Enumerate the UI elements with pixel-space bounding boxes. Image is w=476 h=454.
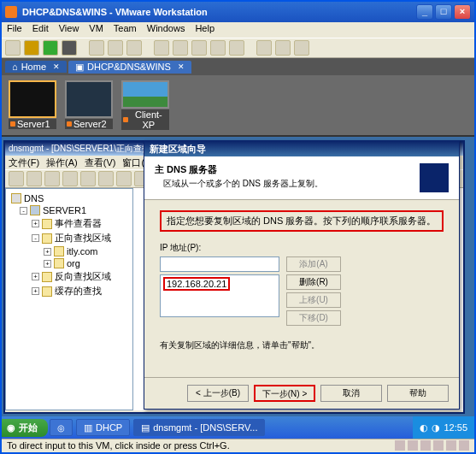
mmc-menu-file[interactable]: 文件(F)	[9, 156, 39, 168]
add-button[interactable]: 添加(A)	[286, 256, 341, 272]
dns-tree[interactable]: DNS -SERVER1 +事件查看器 -正向查找区域 +itly.com +o…	[5, 188, 133, 410]
tray-icon[interactable]: ◑	[432, 422, 440, 433]
up-icon[interactable]	[44, 171, 60, 186]
cancel-button[interactable]: 取消	[320, 385, 382, 402]
fullscreen-icon[interactable]	[191, 40, 207, 56]
device-icon[interactable]	[408, 440, 418, 451]
tree-eventviewer[interactable]: +事件查看器	[8, 216, 131, 231]
device-icon[interactable]	[433, 440, 444, 451]
start-label: 开始	[19, 422, 38, 434]
collapse-icon[interactable]: -	[32, 234, 39, 242]
tree-root[interactable]: DNS	[8, 192, 131, 204]
device-icon[interactable]	[446, 440, 456, 451]
guest-taskbar: ◉ 开始 ◎ ▥ DHCP ▤ dnsmgmt - [DNS\SERV... ◐…	[2, 416, 474, 439]
start-button[interactable]: ◉ 开始	[2, 419, 48, 437]
maximize-button[interactable]: □	[435, 4, 452, 20]
tree-item-label: 事件查看器	[55, 217, 102, 230]
menu-windows[interactable]: Windows	[147, 23, 185, 37]
export-icon[interactable]	[116, 171, 132, 186]
thumb-server2[interactable]: Server2	[63, 80, 115, 130]
device-icon[interactable]	[420, 440, 431, 451]
task-dhcp[interactable]: ▥ DHCP	[76, 419, 130, 436]
tab-active[interactable]: ▣ DHCP&DNS&WINS ✕	[68, 61, 191, 74]
poweroff-icon[interactable]	[5, 40, 21, 56]
expand-icon[interactable]: +	[32, 273, 39, 280]
folder-icon	[42, 233, 52, 244]
tree-reverse-zones[interactable]: +反向查找区域	[8, 269, 131, 284]
tab-home[interactable]: ⌂ Home ✕	[5, 61, 67, 73]
collapse-icon[interactable]: -	[20, 207, 27, 215]
menu-vm[interactable]: VM	[89, 23, 103, 37]
minimize-button[interactable]: _	[416, 4, 433, 20]
folder-icon	[42, 286, 52, 297]
back-icon[interactable]	[9, 171, 24, 186]
server-list[interactable]: 192.168.20.21	[160, 274, 279, 317]
tree-zone-org[interactable]: +org	[8, 257, 131, 269]
remove-button[interactable]: 删除(R)	[286, 274, 341, 290]
ip-entry[interactable]: 192.168.20.21	[163, 277, 230, 291]
close-button[interactable]: ×	[454, 4, 471, 20]
ip-input[interactable]	[160, 256, 279, 272]
manage-icon[interactable]	[126, 40, 142, 56]
mycomputer-button[interactable]: ◎	[50, 419, 73, 436]
thumb-clientxp[interactable]: Client-XP	[120, 80, 171, 130]
tree-forward-zones[interactable]: -正向查找区域	[8, 231, 131, 245]
menu-help[interactable]: Help	[195, 23, 214, 37]
tree-item-label: org	[67, 258, 80, 268]
tree-item-label: 缓存的查找	[55, 285, 102, 298]
tool-c-icon[interactable]	[294, 40, 309, 56]
vm-icon	[67, 121, 72, 127]
forward-icon[interactable]	[26, 171, 42, 186]
thumb-label: Client-XP	[130, 109, 167, 130]
help-button[interactable]: 帮助	[387, 385, 449, 402]
menu-edit[interactable]: Edit	[32, 23, 49, 37]
menu-file[interactable]: File	[7, 23, 22, 37]
reset-icon[interactable]	[62, 40, 77, 56]
up-button[interactable]: 上移(U)	[286, 292, 341, 308]
systray[interactable]: ◐ ◑ 12:55	[413, 416, 474, 439]
mmc-menu-action[interactable]: 操作(A)	[46, 156, 78, 168]
tree-icon[interactable]	[62, 171, 78, 186]
expand-icon[interactable]: +	[44, 260, 51, 268]
menu-team[interactable]: Team	[114, 23, 137, 37]
vm-icon	[10, 121, 15, 127]
refresh-icon[interactable]	[98, 171, 114, 186]
unity-icon[interactable]	[229, 40, 244, 56]
task-label: DHCP	[96, 422, 122, 433]
expand-icon[interactable]: +	[32, 287, 39, 295]
device-icon[interactable]	[395, 440, 405, 451]
zone-icon	[54, 258, 64, 268]
back-button[interactable]: < 上一步(B)	[187, 385, 249, 402]
switch-icon[interactable]	[210, 40, 226, 56]
suspend-icon[interactable]	[24, 40, 39, 56]
close-icon[interactable]: ✕	[53, 62, 60, 71]
close-icon[interactable]: ✕	[178, 62, 185, 71]
revert-icon[interactable]	[108, 40, 123, 56]
thumb-server1[interactable]: Server1	[7, 80, 58, 130]
down-button[interactable]: 下移(D)	[286, 310, 341, 326]
expand-icon[interactable]: +	[32, 220, 39, 227]
tool-a-icon[interactable]	[256, 40, 272, 56]
guest-os-area[interactable]: dnsmgmt - [DNS\SERVER1\正向查找...] 文件(F) 操作…	[2, 135, 474, 439]
dns-logo-icon	[420, 163, 449, 192]
device-icon[interactable]	[459, 440, 469, 451]
tray-icon[interactable]: ◐	[420, 422, 428, 433]
sidebar-icon[interactable]	[154, 40, 169, 56]
expand-icon[interactable]: +	[44, 248, 51, 256]
window-title: DHCP&DNS&WINS - VMware Workstation	[22, 7, 208, 17]
tree-server[interactable]: -SERVER1	[8, 204, 131, 216]
properties-icon[interactable]	[80, 171, 96, 186]
snapshot-icon[interactable]	[89, 40, 104, 56]
tool-b-icon[interactable]	[275, 40, 291, 56]
tree-item-label: 正向查找区域	[55, 232, 111, 245]
tree-zone-itly[interactable]: +itly.com	[8, 245, 131, 257]
task-dnsmgmt[interactable]: ▤ dnsmgmt - [DNS\SERV...	[133, 419, 265, 436]
mmc-menu-view[interactable]: 查看(V)	[85, 156, 116, 168]
thumbnails-icon[interactable]	[173, 40, 188, 56]
instruction-box: 指定您想要复制区域的 DNS 服务器。按下列的顺序联系服务器。	[160, 210, 444, 232]
tree-cached[interactable]: +缓存的查找	[8, 284, 131, 298]
menu-view[interactable]: View	[59, 23, 79, 37]
tree-item-label: itly.com	[67, 246, 97, 256]
poweron-icon[interactable]	[43, 40, 58, 56]
next-button[interactable]: 下一步(N) >	[254, 385, 315, 402]
